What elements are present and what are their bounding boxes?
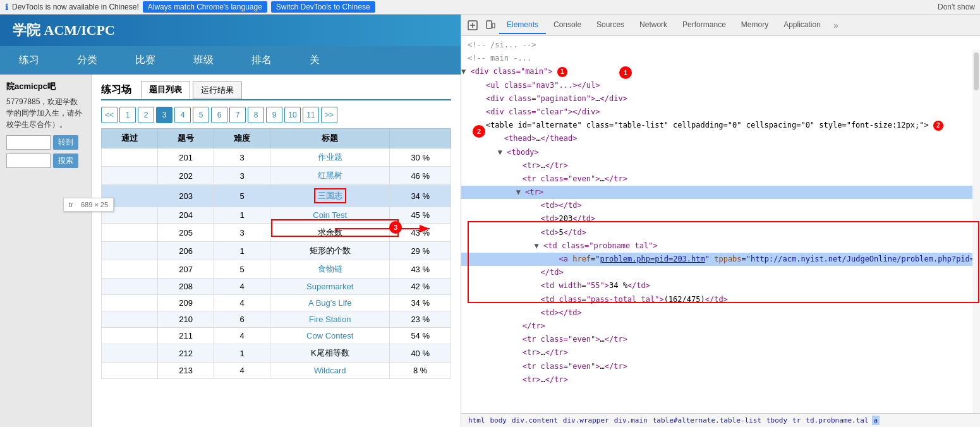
device-toolbar-button[interactable] xyxy=(481,16,499,34)
tab-console[interactable]: Console xyxy=(546,16,589,34)
table-row[interactable]: 2134Wildcard8 % xyxy=(102,363,451,379)
cell-title[interactable]: Fire Station xyxy=(270,311,390,328)
tab-run-result[interactable]: 运行结果 xyxy=(193,81,242,99)
tab-network[interactable]: Network xyxy=(632,16,675,34)
devtools-element-line[interactable]: <td width="55">34 %</td> xyxy=(461,279,980,292)
page-prev-btn[interactable]: << xyxy=(101,107,118,123)
nav-item-contest[interactable]: 比赛 xyxy=(116,46,174,75)
cell-title[interactable]: 作业题 xyxy=(270,148,390,167)
cell-title[interactable]: A Bug's Life xyxy=(270,295,390,311)
devtools-element-line[interactable]: ▼ <div class="main"> 1 xyxy=(461,65,980,78)
devtools-element-line[interactable]: </td> xyxy=(461,266,980,279)
cell-title[interactable]: 食物链 xyxy=(270,260,390,279)
table-row[interactable]: 2013作业题30 % xyxy=(102,148,451,167)
devtools-element-line[interactable]: <tr class="even">…</tr> xyxy=(461,360,980,373)
nav-item-more[interactable]: 关 xyxy=(291,46,339,75)
tab-memory[interactable]: Memory xyxy=(734,16,776,34)
table-row[interactable]: 2121K尾相等数40 % xyxy=(102,344,451,363)
problem-link[interactable]: 三国志 xyxy=(318,191,342,200)
nav-item-category[interactable]: 分类 xyxy=(58,46,116,75)
devtools-element-line[interactable]: <td></td> xyxy=(461,306,980,320)
page-7-btn[interactable]: 7 xyxy=(229,107,246,123)
problem-link[interactable]: Supermarket xyxy=(306,282,353,291)
breadcrumb-item[interactable]: div.wrapper xyxy=(561,416,611,425)
switch-to-chinese-button[interactable]: Switch DevTools to Chinese xyxy=(271,1,375,13)
devtools-element-line[interactable]: <a href="problem.php=pid=203.htm" tppabs… xyxy=(461,253,980,266)
devtools-element-line[interactable]: <tr>…</tr> xyxy=(461,159,980,172)
page-10-btn[interactable]: 10 xyxy=(284,107,301,123)
table-row[interactable]: 2075食物链43 % xyxy=(102,260,451,279)
tab-problem-list[interactable]: 题目列表 xyxy=(141,81,190,99)
breadcrumb-item[interactable]: div.main xyxy=(612,416,650,425)
breadcrumb-item[interactable]: a xyxy=(872,416,880,425)
devtools-element-line[interactable]: ▼ <tbody> xyxy=(461,146,980,159)
tab-sources[interactable]: Sources xyxy=(589,16,632,34)
table-row[interactable]: 2023红黑树46 % xyxy=(102,167,451,185)
sidebar-search-input[interactable] xyxy=(6,153,51,168)
cell-title[interactable]: Supermarket xyxy=(270,279,390,295)
devtools-element-line[interactable]: </tr> xyxy=(461,320,980,333)
elements-panel[interactable]: <!-- /si... --><!-- main -...▼ <div clas… xyxy=(461,36,980,413)
table-row[interactable]: 2106Fire Station23 % xyxy=(102,311,451,328)
devtools-element-line[interactable]: <thead>…</thead> xyxy=(461,132,980,145)
scrollbar-thumb[interactable] xyxy=(974,52,979,90)
page-4-btn[interactable]: 4 xyxy=(174,107,191,123)
breadcrumb-item[interactable]: html xyxy=(466,416,487,425)
cell-title[interactable]: 红黑树 xyxy=(270,167,390,185)
page-5-btn[interactable]: 5 xyxy=(193,107,209,123)
breadcrumb-item[interactable]: div.content xyxy=(510,416,560,425)
table-row[interactable]: 2114Cow Contest54 % xyxy=(102,328,451,344)
page-next-btn[interactable]: >> xyxy=(321,107,337,123)
page-6-btn[interactable]: 6 xyxy=(211,107,227,123)
tab-elements[interactable]: Elements xyxy=(499,16,546,34)
devtools-element-line[interactable]: <td class="pass-total tal">(162/475)</td… xyxy=(461,293,980,306)
inspect-element-button[interactable] xyxy=(464,16,481,34)
problem-link[interactable]: Wildcard xyxy=(314,366,346,375)
devtools-element-line[interactable]: <td>5</td> xyxy=(461,226,980,239)
sidebar-goto-input[interactable] xyxy=(6,135,51,150)
tab-performance[interactable]: Performance xyxy=(675,16,734,34)
devtools-element-line[interactable]: <td>203</td> xyxy=(461,212,980,226)
devtools-element-line[interactable]: <tr>…</tr> xyxy=(461,346,980,359)
cell-title[interactable]: 三国志 xyxy=(270,185,390,207)
devtools-element-line[interactable]: ▼ <td class="probname tal"> xyxy=(461,239,980,253)
table-row[interactable]: 2041Coin Test45 % xyxy=(102,207,451,224)
table-row[interactable]: 2084Supermarket42 % xyxy=(102,279,451,295)
sidebar-search-button[interactable]: 搜索 xyxy=(53,153,78,168)
devtools-element-line[interactable]: <td></td> xyxy=(461,199,980,212)
devtools-element-line[interactable]: <tr class="even">…</tr> xyxy=(461,333,980,346)
table-row[interactable]: 2035三国志34 % xyxy=(102,185,451,207)
devtools-element-line[interactable]: <div class="clear"></div> xyxy=(461,105,980,119)
table-row[interactable]: 2061矩形的个数29 % xyxy=(102,242,451,260)
dont-show-button[interactable]: Don't show xyxy=(938,3,975,11)
devtools-element-line[interactable]: <tr class="even">…</tr> xyxy=(461,172,980,186)
problem-link[interactable]: 作业题 xyxy=(318,152,342,162)
problem-link[interactable]: Fire Station xyxy=(309,315,351,324)
devtools-element-line[interactable]: <ul class="nav3"...></ul> xyxy=(461,79,980,92)
devtools-scrollbar[interactable] xyxy=(972,50,980,413)
breadcrumb-item[interactable]: td.probname.tal xyxy=(804,416,870,425)
devtools-element-line[interactable]: ▼ <tr> xyxy=(461,186,980,199)
devtools-element-line[interactable]: <table id="alternate" class="table-list"… xyxy=(461,119,980,132)
devtools-element-line[interactable]: <div class="pagination">…</div> xyxy=(461,92,980,105)
table-row[interactable]: 2094A Bug's Life34 % xyxy=(102,295,451,311)
nav-item-rank[interactable]: 排名 xyxy=(233,46,291,75)
breadcrumb-item[interactable]: table#alternate.table-list xyxy=(651,416,763,425)
nav-item-practice[interactable]: 练习 xyxy=(0,46,58,75)
page-8-btn[interactable]: 8 xyxy=(248,107,264,123)
devtools-element-line[interactable]: <tr>…</tr> xyxy=(461,373,980,387)
nav-item-class[interactable]: 班级 xyxy=(174,46,233,75)
devtools-more-button[interactable]: » xyxy=(831,18,841,33)
problem-link[interactable]: 食物链 xyxy=(318,264,342,274)
page-9-btn[interactable]: 9 xyxy=(266,107,282,123)
problem-link[interactable]: Coin Test xyxy=(313,210,347,220)
sidebar-goto-button[interactable]: 转到 xyxy=(53,135,78,150)
problem-link[interactable]: Cow Contest xyxy=(306,331,353,340)
page-1-btn[interactable]: 1 xyxy=(119,107,136,123)
breadcrumb-item[interactable]: tbody xyxy=(765,416,789,425)
problem-link[interactable]: 红黑树 xyxy=(318,171,342,180)
breadcrumb-item[interactable]: tr xyxy=(790,416,802,425)
match-language-button[interactable]: Always match Chrome's language xyxy=(143,1,267,13)
page-11-btn[interactable]: 11 xyxy=(303,107,319,123)
cell-title[interactable]: Coin Test xyxy=(270,207,390,224)
